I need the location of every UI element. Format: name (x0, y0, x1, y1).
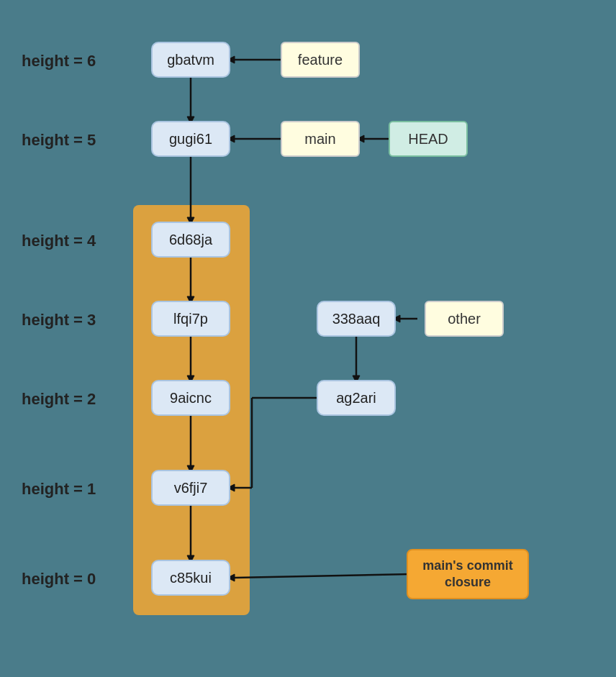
height-label-3: height = 3 (22, 311, 96, 330)
commit-338aaq[interactable]: 338aaq (317, 301, 396, 337)
commit-9aicnc[interactable]: 9aicnc (151, 380, 230, 416)
branch-closure[interactable]: main's commit closure (407, 549, 529, 599)
height-label-6: height = 6 (22, 52, 96, 71)
commit-lfqi7p[interactable]: lfqi7p (151, 301, 230, 337)
branch-feature[interactable]: feature (281, 42, 360, 78)
commit-v6fji7[interactable]: v6fji7 (151, 470, 230, 506)
commit-c85kui[interactable]: c85kui (151, 560, 230, 596)
svg-line-26 (235, 574, 410, 578)
height-label-4: height = 4 (22, 232, 96, 250)
commit-ag2ari[interactable]: ag2ari (317, 380, 396, 416)
height-label-2: height = 2 (22, 390, 96, 409)
height-label-5: height = 5 (22, 131, 96, 150)
branch-other[interactable]: other (425, 301, 504, 337)
commit-6d68ja[interactable]: 6d68ja (151, 222, 230, 258)
commit-gbatvm[interactable]: gbatvm (151, 42, 230, 78)
branch-head[interactable]: HEAD (389, 121, 468, 157)
height-label-0: height = 0 (22, 570, 96, 589)
height-label-1: height = 1 (22, 480, 96, 499)
branch-main[interactable]: main (281, 121, 360, 157)
diagram: height = 6 height = 5 height = 4 height … (0, 0, 616, 677)
commit-gugi61[interactable]: gugi61 (151, 121, 230, 157)
